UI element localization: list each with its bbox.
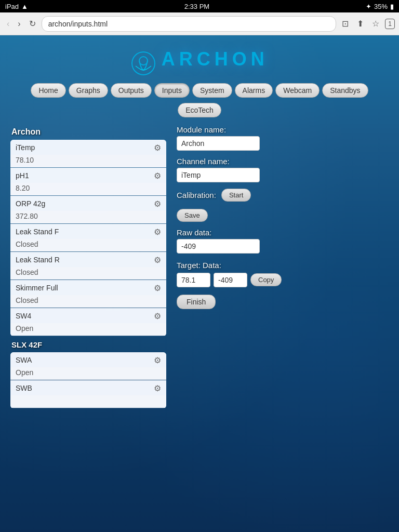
module-name-input[interactable] [177, 136, 260, 151]
sensor-header-itemp: iTemp ⚙ [10, 140, 166, 155]
gear-icon-itemp[interactable]: ⚙ [154, 143, 161, 153]
sensor-value-swa: Open [10, 367, 166, 380]
start-button[interactable]: Start [221, 189, 251, 202]
gear-icon-swa[interactable]: ⚙ [154, 355, 161, 365]
archon-section-label: Archon [10, 125, 166, 140]
sensor-name-leakf: Leak Stand F [16, 228, 59, 236]
nav-alarms[interactable]: Alarms [235, 83, 273, 98]
slx-section-label: SLX 42F [10, 336, 166, 352]
sensor-header-ph1: pH1 ⚙ [10, 168, 166, 183]
sensor-value-itemp: 78.10 [10, 155, 166, 167]
module-name-label: Module name: [177, 125, 389, 134]
logo-area: ARCHON [10, 41, 389, 79]
list-item[interactable]: SWB ⚙ [10, 380, 166, 408]
list-item[interactable]: Leak Stand F ⚙ Closed [10, 224, 166, 251]
sensor-value-skimmer: Closed [10, 295, 166, 308]
nav-graphs[interactable]: Graphs [69, 83, 108, 98]
tab-count[interactable]: 1 [385, 19, 395, 29]
raw-data-label: Raw data: [177, 228, 389, 237]
browser-bar: ‹ › ↻ ⊡ ⬆ ☆ 1 [0, 12, 399, 35]
sensor-header-skimmer: Skimmer Full ⚙ [10, 280, 166, 295]
sensor-name-sw4: SW4 [16, 312, 31, 320]
sensor-name-swb: SWB [16, 384, 32, 392]
finish-button[interactable]: Finish [177, 295, 216, 309]
gear-icon-leakr[interactable]: ⚙ [154, 255, 161, 265]
archon-sensor-list: iTemp ⚙ 78.10 pH1 ⚙ 8.20 [10, 140, 166, 336]
tab-view-button[interactable]: ⊡ [339, 18, 351, 30]
channel-name-row: Channel name: [177, 157, 389, 182]
raw-data-input[interactable] [177, 239, 260, 254]
nav-home[interactable]: Home [31, 83, 65, 98]
wifi-icon: ▲ [21, 3, 28, 10]
sensor-header-sw4: SW4 ⚙ [10, 308, 166, 323]
reload-button[interactable]: ↻ [26, 18, 38, 30]
bluetooth-icon: ✦ [366, 3, 371, 10]
gear-icon-skimmer[interactable]: ⚙ [154, 283, 161, 293]
gear-icon-swb[interactable]: ⚙ [154, 383, 161, 393]
finish-button-row: Finish [177, 295, 389, 309]
raw-data-row: Raw data: [177, 228, 389, 254]
nav-bar-2: EcoTech [10, 102, 389, 123]
list-item[interactable]: iTemp ⚙ 78.10 [10, 140, 166, 167]
sensor-header-leakr: Leak Stand R ⚙ [10, 252, 166, 267]
sensor-value-swb [10, 395, 166, 408]
content-wrapper: ARCHON Home Graphs Outputs Inputs System… [0, 35, 399, 419]
target-data-row: Copy [177, 273, 389, 287]
slx-sensor-list: SWA ⚙ Open SWB ⚙ [10, 352, 166, 408]
sensor-value-leakr: Closed [10, 267, 166, 280]
status-bar: iPad ▲ 2:33 PM ✦ 35% ▮ [0, 0, 399, 12]
list-item[interactable]: Skimmer Full ⚙ Closed [10, 280, 166, 308]
sensor-name-ph1: pH1 [16, 171, 29, 180]
target-input[interactable] [177, 273, 210, 287]
bookmark-button[interactable]: ☆ [369, 18, 382, 30]
target-data-label: Target: Data: [177, 261, 389, 270]
list-item[interactable]: ORP 42g ⚙ 372.80 [10, 196, 166, 223]
save-button[interactable]: Save [177, 209, 208, 222]
status-left: iPad ▲ [5, 3, 28, 10]
time-label: 2:33 PM [184, 3, 209, 10]
list-item[interactable]: Leak Stand R ⚙ Closed [10, 252, 166, 280]
status-right: ✦ 35% ▮ [366, 3, 394, 10]
sensor-value-orp: 372.80 [10, 211, 166, 223]
copy-button[interactable]: Copy [250, 273, 282, 286]
list-item[interactable]: SWA ⚙ Open [10, 352, 166, 380]
nav-inputs[interactable]: Inputs [154, 83, 190, 98]
back-button[interactable]: ‹ [4, 18, 12, 30]
save-button-row: Save [177, 209, 389, 222]
sensor-name-skimmer: Skimmer Full [16, 284, 58, 292]
forward-button[interactable]: › [15, 18, 23, 30]
right-panel: Module name: Channel name: Calibration: … [177, 125, 389, 408]
gear-icon-sw4[interactable]: ⚙ [154, 311, 161, 321]
share-button[interactable]: ⬆ [354, 18, 366, 30]
target-data-section: Target: Data: Copy [177, 261, 389, 287]
nav-outputs[interactable]: Outputs [111, 83, 152, 98]
gear-icon-orp[interactable]: ⚙ [154, 199, 161, 209]
nav-system[interactable]: System [192, 83, 232, 98]
url-bar[interactable] [42, 16, 337, 32]
gear-icon-ph1[interactable]: ⚙ [154, 171, 161, 181]
list-item[interactable]: pH1 ⚙ 8.20 [10, 168, 166, 195]
main-layout: Archon iTemp ⚙ 78.10 pH1 ⚙ [10, 125, 389, 408]
sensor-header-swb: SWB ⚙ [10, 380, 166, 395]
svg-point-1 [139, 57, 148, 65]
sensor-value-sw4: Open [10, 323, 166, 336]
channel-name-label: Channel name: [177, 157, 389, 166]
sensor-header-orp: ORP 42g ⚙ [10, 196, 166, 211]
nav-ecotech[interactable]: EcoTech [178, 103, 221, 117]
carrier-label: iPad [5, 3, 19, 10]
channel-name-input[interactable] [177, 168, 260, 182]
nav-standbys[interactable]: Standbys [322, 83, 368, 98]
calibration-row: Calibration: Start [177, 189, 389, 202]
page-background: ARCHON Home Graphs Outputs Inputs System… [0, 35, 399, 532]
gear-icon-leakf[interactable]: ⚙ [154, 227, 161, 237]
nav-webcam[interactable]: Webcam [275, 83, 320, 98]
nav-bar: Home Graphs Outputs Inputs System Alarms… [10, 79, 389, 102]
svg-point-0 [132, 52, 155, 75]
sensor-value-leakf: Closed [10, 239, 166, 251]
sensor-header-swa: SWA ⚙ [10, 352, 166, 367]
data-input[interactable] [214, 273, 247, 287]
sensor-name-swa: SWA [16, 356, 32, 364]
calibration-label: Calibration: [177, 191, 216, 200]
list-item[interactable]: SW4 ⚙ Open [10, 308, 166, 336]
left-panel: Archon iTemp ⚙ 78.10 pH1 ⚙ [10, 125, 166, 408]
